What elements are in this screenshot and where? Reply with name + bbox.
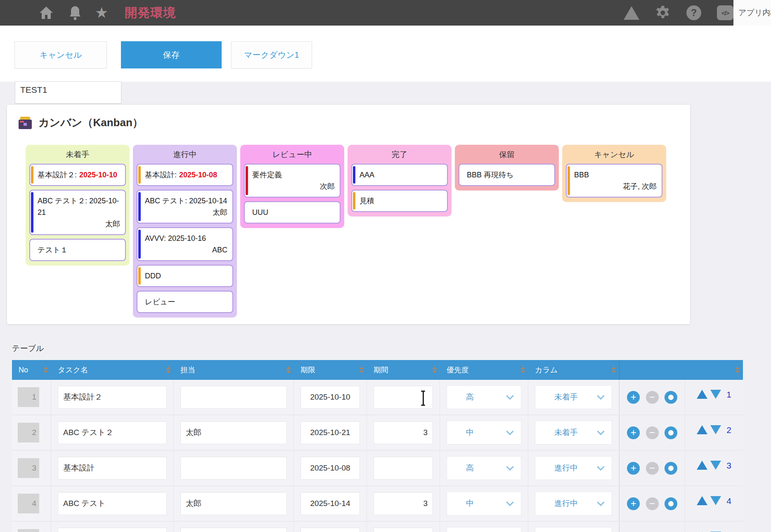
notification-bell-icon[interactable] xyxy=(69,5,82,20)
column-header-column: カラム xyxy=(528,360,619,380)
sort-icon[interactable] xyxy=(611,367,616,374)
settings-gear-icon[interactable] xyxy=(655,5,671,21)
add-row-button[interactable]: + xyxy=(627,426,640,439)
task-name-input[interactable]: 基本設計 xyxy=(58,457,167,480)
remove-row-button[interactable]: − xyxy=(646,497,659,510)
favorite-star-icon[interactable]: ★ xyxy=(95,5,108,20)
record-title-input[interactable]: TEST1 xyxy=(15,81,121,104)
column-select[interactable]: 進行中 xyxy=(535,456,612,480)
cancel-button[interactable]: キャンセル xyxy=(14,41,107,68)
record-circle-button[interactable] xyxy=(665,391,677,404)
app-search-input[interactable]: アプリ内検 xyxy=(733,0,771,26)
kanban-card[interactable]: 基本設計２:2025-10-10 xyxy=(29,164,126,186)
remove-row-button[interactable]: − xyxy=(646,391,659,404)
priority-select[interactable]: 中 xyxy=(447,421,521,445)
record-circle-button[interactable] xyxy=(665,462,677,475)
move-up-icon[interactable] xyxy=(697,461,707,470)
toolbox-icon xyxy=(19,117,32,129)
kanban-card[interactable]: テスト１ xyxy=(29,239,126,261)
task-name-input[interactable]: ABC テスト２ xyxy=(58,421,167,444)
sort-icon[interactable] xyxy=(432,367,437,374)
sort-icon[interactable] xyxy=(286,367,291,374)
remove-row-button[interactable]: − xyxy=(646,426,659,439)
assignee-input[interactable] xyxy=(180,386,287,409)
kanban-card[interactable]: ABC テスト: 2025-10-14 太郎 xyxy=(137,190,233,224)
card-assignee: ABC xyxy=(145,244,227,256)
row-number-chip xyxy=(18,529,39,532)
duration-input[interactable] xyxy=(374,457,433,480)
column-select[interactable] xyxy=(535,527,612,532)
duration-input[interactable] xyxy=(374,386,433,409)
app-title: 開発環境 xyxy=(125,5,176,21)
kanban-card[interactable]: BBB 再現待ち xyxy=(459,164,555,186)
save-button[interactable]: 保存 xyxy=(121,41,222,68)
add-row-button[interactable]: + xyxy=(627,391,640,404)
kanban-column-inprogress: 進行中 基本設計:2025-10-08 ABC テスト: 2025-10-14 … xyxy=(133,145,237,318)
sort-icon[interactable] xyxy=(43,367,48,374)
move-down-icon[interactable] xyxy=(710,425,721,434)
add-row-button[interactable]: + xyxy=(627,462,640,475)
priority-select[interactable] xyxy=(447,527,521,532)
duration-input[interactable] xyxy=(374,527,433,532)
record-circle-button[interactable] xyxy=(665,497,677,510)
add-row-button[interactable]: + xyxy=(627,497,640,510)
column-select[interactable]: 未着手 xyxy=(535,385,612,409)
duration-input[interactable]: 3 xyxy=(374,421,433,444)
kanban-card[interactable]: 要件定義 次郎 xyxy=(244,164,341,198)
chevron-down-icon xyxy=(597,499,604,506)
priority-select[interactable]: 高 xyxy=(447,385,521,409)
task-name-input[interactable]: ABC テスト xyxy=(58,492,167,515)
kanban-card[interactable]: AAA xyxy=(351,164,448,186)
duration-input[interactable]: 3 xyxy=(374,492,433,515)
scroll-top-triangle-icon[interactable] xyxy=(624,6,639,20)
row-index: 2 xyxy=(726,425,736,435)
due-date-input[interactable]: 2025-10-10 xyxy=(300,386,360,409)
column-select[interactable]: 未着手 xyxy=(535,421,612,445)
kanban-card[interactable]: 見積 xyxy=(351,190,448,212)
kanban-card[interactable]: DDD xyxy=(137,265,233,287)
move-down-icon[interactable] xyxy=(710,496,721,505)
kanban-column-notstarted: 未着手 基本設計２:2025-10-10 ABC テスト２: 2025-10-2… xyxy=(26,145,130,266)
task-name-input[interactable] xyxy=(58,527,167,532)
kanban-card[interactable]: レビュー xyxy=(137,291,233,313)
row-index: 4 xyxy=(726,496,736,506)
due-date-input[interactable]: 2025-10-21 xyxy=(300,421,360,444)
assignee-input[interactable]: 太郎 xyxy=(180,421,287,444)
move-up-icon[interactable] xyxy=(697,390,707,399)
kanban-card[interactable]: ABC テスト２: 2025-10-21 太郎 xyxy=(29,190,126,235)
move-up-icon[interactable] xyxy=(697,496,707,505)
card-title: レビュー xyxy=(145,298,175,306)
remove-row-button[interactable]: − xyxy=(646,462,659,475)
sort-icon[interactable] xyxy=(166,367,171,374)
home-icon[interactable] xyxy=(39,6,54,20)
code-icon[interactable]: </> xyxy=(717,5,733,20)
menu-icon[interactable] xyxy=(9,7,23,18)
move-down-icon[interactable] xyxy=(710,390,721,399)
assignee-input[interactable] xyxy=(180,457,287,480)
table-header-row: No タスク名 担当 期限 期間 優先度 カラム xyxy=(12,360,743,380)
sort-icon[interactable] xyxy=(520,367,525,374)
due-date-input[interactable]: 2025-10-14 xyxy=(300,492,360,515)
priority-select[interactable]: 中 xyxy=(447,492,521,516)
sort-icon[interactable] xyxy=(735,367,740,374)
kanban-card[interactable]: 基本設計:2025-10-08 xyxy=(137,164,233,186)
move-up-icon[interactable] xyxy=(697,425,707,434)
kanban-card[interactable]: AVVV: 2025-10-16 ABC xyxy=(137,227,233,261)
assignee-input[interactable] xyxy=(180,527,287,532)
due-date-input[interactable]: 2025-10-08 xyxy=(300,457,360,480)
assignee-input[interactable]: 太郎 xyxy=(180,492,287,515)
kanban-card[interactable]: BBB 花子, 次郎 xyxy=(566,164,662,198)
move-down-icon[interactable] xyxy=(710,461,721,470)
kanban-card[interactable]: UUU xyxy=(244,201,341,224)
card-title: テスト１ xyxy=(38,246,68,254)
priority-select[interactable]: 高 xyxy=(447,456,521,480)
help-icon[interactable]: ? xyxy=(686,5,701,20)
task-name-input[interactable]: 基本設計２ xyxy=(58,386,167,409)
sort-icon[interactable] xyxy=(359,367,364,374)
record-circle-button[interactable] xyxy=(665,426,677,439)
due-date-input[interactable] xyxy=(300,527,360,532)
table-row: 2 ABC テスト２ 太郎 2025-10-21 3 中 未着手 + − 2 xyxy=(12,415,743,451)
row-number-chip: 1 xyxy=(18,387,39,407)
column-select[interactable]: 進行中 xyxy=(535,492,612,516)
markdown-button[interactable]: マークダウン1 xyxy=(231,41,312,68)
